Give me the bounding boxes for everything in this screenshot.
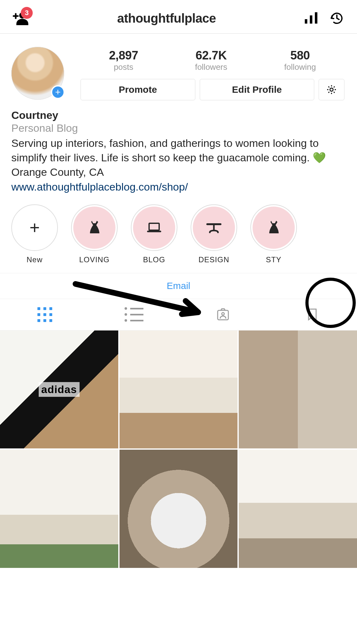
post-thumbnail[interactable]	[120, 450, 238, 568]
bio-text-post: Orange County, CA	[11, 166, 104, 178]
tagged-icon	[216, 307, 230, 322]
svg-rect-5	[149, 223, 159, 230]
tab-tagged[interactable]	[179, 299, 268, 330]
add-story-icon[interactable]: +	[51, 85, 65, 99]
heart-icon: 💚	[313, 152, 326, 164]
svg-rect-1	[305, 19, 307, 24]
stat-label: posts	[109, 62, 138, 72]
bio-text-pre: Serving up interiors, fashion, and gathe…	[11, 137, 319, 164]
stat-posts[interactable]: 2,897 posts	[109, 49, 138, 72]
account-category: Personal Blog	[11, 122, 346, 134]
stats-row: 2,897 posts 62.7K followers 580 followin…	[79, 49, 346, 72]
highlight-label: DESIGN	[198, 255, 229, 264]
gear-icon	[326, 84, 337, 95]
highlight-label: New	[26, 255, 42, 264]
dress-icon	[86, 219, 103, 236]
bookmark-icon	[305, 307, 320, 322]
laptop-icon	[145, 219, 163, 236]
email-label: Email	[167, 280, 190, 291]
grid-icon	[37, 307, 52, 322]
bio: Courtney Personal Blog Serving up interi…	[0, 100, 357, 193]
tab-grid[interactable]	[0, 299, 89, 330]
highlight-label: STY	[266, 255, 282, 264]
highlight-new[interactable]: + New	[11, 204, 58, 264]
stat-label: followers	[195, 62, 227, 72]
stat-followers[interactable]: 62.7K followers	[195, 49, 227, 72]
highlight-blog[interactable]: BLOG	[131, 204, 177, 264]
pedestal-table-icon	[205, 219, 223, 237]
highlight-label: BLOG	[143, 255, 165, 264]
stat-following[interactable]: 580 following	[284, 49, 316, 72]
post-thumbnail[interactable]	[239, 330, 357, 449]
dress-icon	[265, 219, 282, 236]
bio-link[interactable]: www.athoughtfulplaceblog.com/shop/	[11, 181, 346, 193]
post-grid	[0, 330, 357, 568]
stat-value: 2,897	[109, 49, 138, 62]
display-name: Courtney	[11, 109, 346, 121]
post-thumbnail[interactable]	[0, 330, 118, 449]
email-button[interactable]: Email	[0, 273, 357, 299]
highlight-loving[interactable]: LOVING	[71, 204, 118, 264]
tab-list[interactable]	[89, 299, 179, 330]
promote-button[interactable]: Promote	[81, 79, 195, 100]
post-thumbnail[interactable]	[239, 450, 357, 568]
story-highlights[interactable]: + New LOVING BLOG DESIGN STY	[0, 193, 357, 273]
highlight-style[interactable]: STY	[250, 204, 297, 264]
stat-label: following	[284, 62, 316, 72]
insights-icon[interactable]	[304, 12, 318, 24]
avatar[interactable]: +	[11, 47, 64, 100]
action-row: Promote Edit Profile	[79, 79, 346, 100]
highlight-label: LOVING	[79, 255, 110, 264]
edit-profile-button[interactable]: Edit Profile	[200, 79, 315, 100]
post-thumbnail[interactable]	[120, 330, 238, 449]
post-thumbnail[interactable]	[0, 450, 118, 568]
view-tabs	[0, 299, 357, 330]
notification-badge: 3	[21, 7, 33, 19]
profile-username: athoughtfulplace	[117, 11, 216, 25]
profile-header: + 2,897 posts 62.7K followers 580 follow…	[0, 34, 357, 100]
top-bar: 3 athoughtfulplace	[0, 3, 357, 34]
stat-value: 62.7K	[195, 49, 227, 62]
list-icon	[125, 307, 143, 322]
bio-text: Serving up interiors, fashion, and gathe…	[11, 136, 346, 180]
tab-saved[interactable]	[268, 299, 357, 330]
svg-rect-3	[315, 12, 317, 24]
highlight-design[interactable]: DESIGN	[191, 204, 237, 264]
plus-icon: +	[11, 204, 58, 251]
discover-people-button[interactable]: 3	[13, 11, 29, 25]
settings-button[interactable]	[319, 79, 344, 100]
svg-point-4	[330, 88, 333, 91]
history-icon[interactable]	[329, 11, 344, 26]
svg-rect-2	[310, 15, 312, 24]
svg-point-7	[222, 313, 224, 315]
stat-value: 580	[284, 49, 316, 62]
